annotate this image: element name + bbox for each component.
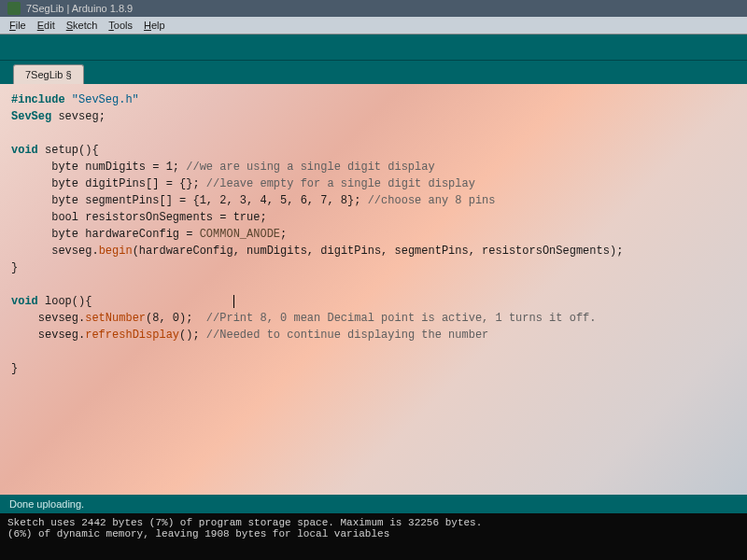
tab-sketch[interactable]: 7SegLib §: [13, 64, 84, 84]
window-title: 7SegLib | Arduino 1.8.9: [26, 3, 133, 14]
code-line: }: [11, 360, 736, 377]
menu-file[interactable]: File: [6, 19, 30, 32]
code-line: byte digitPins[] = {}; //leave empty for…: [11, 175, 736, 192]
console-line: (6%) of dynamic memory, leaving 1908 byt…: [7, 528, 740, 539]
code-line: #include "SevSeg.h": [11, 91, 736, 108]
output-console[interactable]: Sketch uses 2442 bytes (7%) of program s…: [0, 513, 747, 560]
code-line: sevseg.begin(hardwareConfig, numDigits, …: [11, 243, 736, 259]
tab-label: 7SegLib §: [25, 69, 72, 80]
arduino-icon: [7, 2, 21, 15]
status-text: Done uploading.: [9, 498, 84, 510]
toolbar: [0, 35, 747, 61]
tab-bar: 7SegLib §: [0, 61, 747, 84]
code-line: sevseg.refreshDisplay(); //Needed to con…: [11, 327, 736, 343]
status-bar: Done uploading.: [0, 495, 747, 513]
code-line: byte hardwareConfig = COMMON_ANODE;: [11, 226, 736, 243]
menu-bar: File Edit Sketch Tools Help: [0, 17, 747, 35]
code-line: byte numDigits = 1; //we are using a sin…: [11, 159, 736, 175]
code-line: [11, 343, 736, 360]
window-titlebar: 7SegLib | Arduino 1.8.9: [0, 0, 747, 17]
code-line: bool resistorsOnSegments = true;: [11, 209, 736, 226]
menu-sketch[interactable]: Sketch: [63, 19, 102, 32]
code-line: SevSeg sevseg;: [11, 108, 736, 125]
code-line: [11, 125, 736, 142]
code-line: }: [11, 259, 736, 276]
menu-help[interactable]: Help: [140, 19, 169, 32]
menu-tools[interactable]: Tools: [105, 19, 136, 32]
code-line: void loop(){: [11, 293, 736, 310]
text-cursor: [233, 295, 234, 308]
console-line: Sketch uses 2442 bytes (7%) of program s…: [7, 517, 740, 528]
code-line: byte segmentPins[] = {1, 2, 3, 4, 5, 6, …: [11, 192, 736, 209]
menu-edit[interactable]: Edit: [34, 19, 59, 32]
code-editor[interactable]: #include "SevSeg.h" SevSeg sevseg; void …: [0, 84, 747, 495]
code-line: sevseg.setNumber(8, 0); //Print 8, 0 mea…: [11, 310, 736, 327]
code-line: [11, 276, 736, 293]
code-line: void setup(){: [11, 142, 736, 159]
